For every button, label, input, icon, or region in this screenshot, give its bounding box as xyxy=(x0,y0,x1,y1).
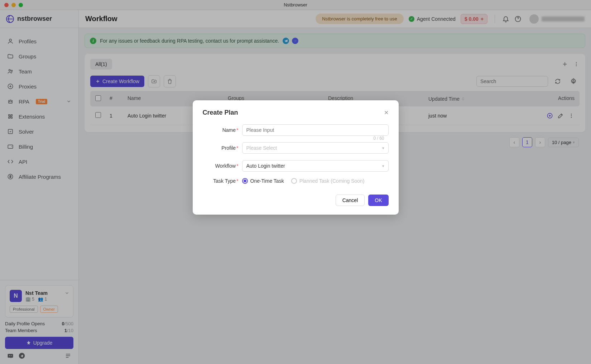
close-icon[interactable]: ✕ xyxy=(384,109,389,116)
chevron-down-icon: ▾ xyxy=(382,164,384,168)
profile-select[interactable]: Please Select ▾ xyxy=(242,142,389,154)
workflow-label: Workflow* xyxy=(203,163,242,169)
modal-title: Create Plan xyxy=(203,109,238,116)
cancel-button[interactable]: Cancel xyxy=(336,195,365,206)
planned-task-radio: Planned Task (Coming Soon) xyxy=(291,178,365,184)
profile-label: Profile* xyxy=(203,145,242,151)
chevron-down-icon: ▾ xyxy=(382,146,384,150)
name-input[interactable] xyxy=(242,124,389,136)
name-label: Name* xyxy=(203,127,242,133)
workflow-select[interactable]: Auto Login twitter ▾ xyxy=(242,160,389,172)
char-counter: 0 / 60 xyxy=(373,136,384,141)
ok-button[interactable]: OK xyxy=(368,195,388,206)
task-type-label: Task Type* xyxy=(203,178,242,184)
one-time-task-radio[interactable]: One-Time Task xyxy=(242,178,284,184)
radio-checked-icon xyxy=(242,178,248,184)
radio-unchecked-icon xyxy=(291,178,297,184)
create-plan-modal: Create Plan ✕ Name* 0 / 60 Profile* Plea… xyxy=(193,100,399,215)
modal-backdrop[interactable]: Create Plan ✕ Name* 0 / 60 Profile* Plea… xyxy=(0,0,591,364)
